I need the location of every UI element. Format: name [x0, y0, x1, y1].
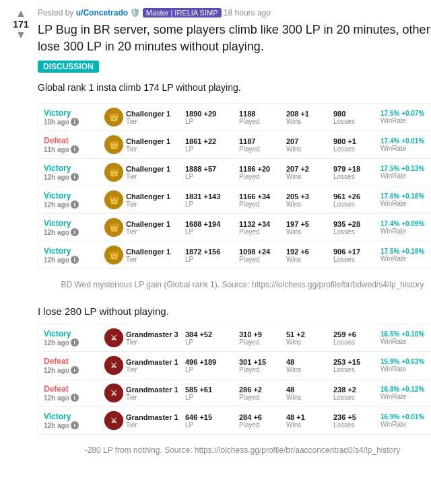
- result-cell: Victory 10h ago i: [44, 108, 104, 126]
- winrate-value: 16.9% +0.01%: [380, 413, 431, 421]
- wins-label: Wins: [286, 201, 333, 208]
- winrate-cell: 17.6% +0.18% WinRate: [380, 192, 431, 207]
- losses-value: 906 +17: [333, 248, 380, 256]
- played-cell: 286 +2 Played: [239, 386, 286, 401]
- losses-cell: 961 +26 Losses: [333, 192, 380, 208]
- winrate-label: WinRate: [380, 338, 431, 345]
- played-value: 1166 +34: [239, 192, 286, 201]
- wins-cell: 48 Wins: [286, 386, 333, 401]
- wins-value: 208 +1: [286, 110, 333, 118]
- winrate-value: 16.5% +0.10%: [380, 330, 431, 338]
- lp-cell: 1872 +156 LP: [185, 248, 239, 263]
- wins-label: Wins: [286, 173, 333, 180]
- svg-text:👑: 👑: [109, 112, 119, 122]
- info-icon[interactable]: i: [71, 145, 79, 153]
- post-header: ▲ 171 ▼ Posted by u/Concetrado 🛡️ Master…: [11, 8, 420, 462]
- username[interactable]: u/Concetrado: [76, 8, 128, 17]
- tier-sub: Tier: [126, 421, 178, 429]
- winrate-cell: 16.9% +0.01% WinRate: [380, 413, 431, 428]
- result-label: Defeat: [44, 136, 104, 145]
- losses-cell: 935 +28 Losses: [333, 220, 380, 236]
- played-label: Played: [239, 201, 286, 208]
- winrate-value: 17.4% +0.01%: [380, 137, 431, 145]
- tier-label: Grandmaster 1: [126, 358, 178, 366]
- winrate-label: WinRate: [380, 365, 431, 373]
- winrate-label: WinRate: [380, 393, 431, 400]
- discussion-tag: DISCUSSION: [38, 61, 99, 73]
- tier-cell: Challenger 1 Tier: [126, 165, 170, 180]
- wins-label: Wins: [286, 394, 333, 401]
- tier-cell: Challenger 1 Tier: [126, 220, 170, 236]
- losses-label: Losses: [333, 228, 380, 236]
- losses-label: Losses: [333, 118, 380, 125]
- table-row: Defeat 12h ago i ⚔ Grandmaster 1 Tier 49…: [38, 352, 431, 380]
- post-body-1: Global rank 1 insta climb 174 LP without…: [38, 81, 431, 95]
- played-cell: 310 +9 Played: [239, 330, 286, 346]
- played-value: 1132 +34: [239, 220, 286, 228]
- result-label: Defeat: [44, 357, 104, 366]
- winrate-label: WinRate: [380, 227, 431, 235]
- tier-label: Challenger 1: [126, 248, 170, 256]
- lp-cell: 1888 +57 LP: [185, 165, 239, 180]
- result-time: 12h ago i: [44, 366, 104, 374]
- winrate-label: WinRate: [380, 421, 431, 428]
- info-icon[interactable]: i: [71, 338, 79, 347]
- champion-icon: 👑: [104, 190, 123, 209]
- wins-cell: 51 +2 Wins: [286, 330, 333, 346]
- table-row: Victory 10h ago i 👑 Challenger 1 Tier 18…: [38, 104, 431, 131]
- losses-value: 979 +18: [333, 165, 380, 173]
- lp-cell: 1688 +194 LP: [185, 220, 239, 236]
- upvote-button[interactable]: ▲: [15, 8, 26, 19]
- losses-label: Losses: [333, 173, 380, 180]
- lp-cell: 585 +61 LP: [185, 386, 239, 401]
- table1-caption: BD Wed mysterious LP gain (Global rank 1…: [38, 276, 431, 296]
- losses-cell: 253 +15 Losses: [333, 358, 380, 373]
- played-value: 310 +9: [239, 330, 286, 338]
- info-icon[interactable]: i: [71, 118, 79, 126]
- lp-value: 646 +15: [185, 413, 239, 421]
- tier-cell: Grandmaster 3 Tier: [126, 330, 178, 346]
- played-label: Played: [239, 366, 286, 373]
- tier-cell: Challenger 1 Tier: [126, 192, 170, 208]
- wins-label: Wins: [286, 421, 333, 429]
- losses-cell: 980 +1 Losses: [333, 137, 380, 153]
- wins-label: Wins: [286, 256, 333, 263]
- played-value: 286 +2: [239, 386, 286, 394]
- losses-cell: 979 +18 Losses: [333, 165, 380, 180]
- wins-value: 51 +2: [286, 330, 333, 338]
- played-label: Played: [239, 338, 286, 346]
- result-time: 12h ago i: [44, 201, 104, 209]
- tier-label: Grandmaster 1: [126, 386, 178, 394]
- info-icon[interactable]: i: [71, 201, 79, 209]
- tier-label: Challenger 1: [126, 220, 170, 228]
- champion-cell: 👑 Challenger 1 Tier: [104, 135, 185, 154]
- downvote-button[interactable]: ▼: [15, 30, 26, 40]
- champion-cell: 👑 Challenger 1 Tier: [104, 108, 185, 127]
- played-label: Played: [239, 394, 286, 401]
- champion-cell: ⚔ Grandmaster 1 Tier: [104, 384, 185, 402]
- losses-cell: 906 +17 Losses: [333, 248, 380, 263]
- winrate-cell: 15.9% +0.63% WinRate: [380, 358, 431, 373]
- wins-cell: 208 +1 Wins: [286, 110, 333, 125]
- winrate-cell: 17.5% +0.19% WinRate: [380, 248, 431, 262]
- lp-value: 1890 +29: [185, 110, 239, 118]
- info-icon[interactable]: i: [71, 256, 79, 264]
- vote-count: 171: [13, 19, 28, 30]
- svg-text:👑: 👑: [109, 167, 119, 177]
- post-body-2: I lose 280 LP without playing.: [38, 305, 431, 317]
- info-icon[interactable]: i: [71, 366, 79, 374]
- vote-section: ▲ 171 ▼: [11, 8, 31, 40]
- lp-cell: 646 +15 LP: [185, 413, 239, 429]
- time-ago: 18 hours ago: [224, 8, 271, 17]
- tier-label: Challenger 1: [126, 110, 170, 118]
- info-icon[interactable]: i: [71, 173, 79, 181]
- info-icon[interactable]: i: [71, 394, 79, 402]
- winrate-label: WinRate: [380, 145, 431, 152]
- lp-value: 1888 +57: [185, 165, 239, 173]
- info-icon[interactable]: i: [71, 421, 79, 429]
- result-label: Victory: [44, 108, 104, 118]
- info-icon[interactable]: i: [71, 228, 79, 236]
- table2-caption: -280 LP from nothing. Source: https://lo…: [38, 441, 431, 462]
- wins-label: Wins: [286, 228, 333, 236]
- table-row: Defeat 11h ago i 👑 Challenger 1 Tier 186…: [38, 131, 431, 159]
